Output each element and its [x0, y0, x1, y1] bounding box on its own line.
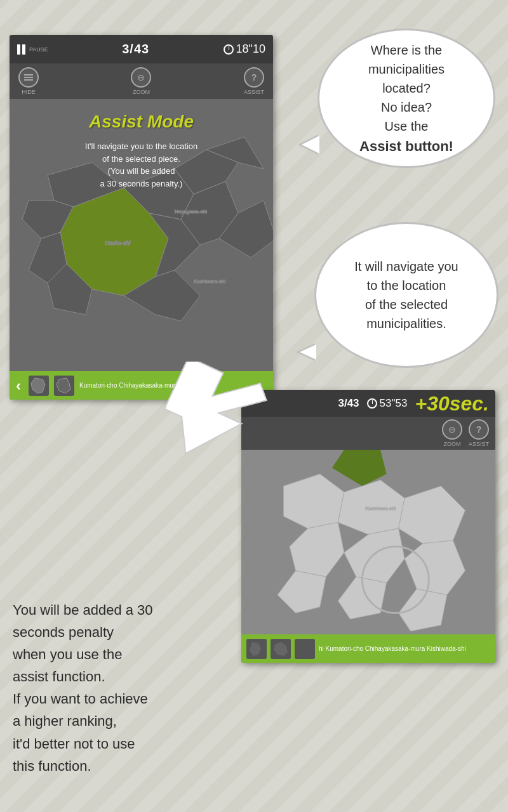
assist-icon-circle-2: ? — [469, 419, 489, 440]
map-svg-bottom: Kashiwara-shi — [241, 450, 495, 643]
penalty-text: +30sec. — [415, 392, 489, 416]
pause-icon — [17, 44, 25, 55]
bottom-line3: when you use the — [13, 646, 122, 662]
game-toolbar-bottom: ⊖ ZOOM ? ASSIST — [241, 417, 495, 450]
assist-mode-desc: It'll navigate you to the location of th… — [85, 140, 197, 190]
clock-icon — [224, 44, 234, 55]
assist-button-top[interactable]: ? ASSIST — [244, 67, 264, 95]
zoom-label-bottom: ZOOM — [443, 441, 460, 447]
game-screenshot-bottom: 3/43 53"53 +30sec. ⊖ ZOOM ? ASSIST — [241, 390, 495, 663]
hide-button[interactable]: HIDE — [18, 67, 39, 95]
bottom-line7: it'd better not to use — [13, 736, 135, 752]
arrow-svg — [152, 362, 279, 476]
piece-thumb-1 — [29, 376, 49, 396]
bubble-line3: located? — [382, 81, 431, 95]
bubble-line6: Assist button! — [359, 138, 453, 154]
bottom-line6: a higher ranking, — [13, 713, 117, 729]
bottom-text-area: You will be added a 30 seconds penalty w… — [13, 599, 229, 778]
svg-text:Neyagawa-shi: Neyagawa-shi — [175, 209, 207, 214]
hide-icon — [24, 74, 33, 81]
game-toolbar-top: HIDE ⊖ ZOOM ? ASSIST — [10, 63, 273, 99]
bubble-line1: Where is the — [371, 43, 442, 57]
game-map-area-top: Assist Mode It'll navigate you to the lo… — [10, 99, 273, 378]
bubble-line5: Use the — [385, 119, 429, 133]
zoom-button-bottom[interactable]: ⊖ ZOOM — [442, 419, 462, 447]
piece-shape-2 — [55, 377, 73, 395]
svg-text:Osaka-shi: Osaka-shi — [105, 240, 131, 246]
pause-label: PAUSE — [29, 46, 48, 53]
speech-bubble-middle: It will navigate you to the location of … — [314, 222, 498, 368]
hide-line-3 — [24, 79, 33, 81]
assist-icon: ? — [251, 72, 257, 82]
bubble-line2: municipalities — [368, 62, 444, 76]
zoom-icon: ⊖ — [137, 72, 145, 82]
bubble-line4: No idea? — [381, 100, 432, 114]
game-map-area-bottom: Kashiwara-shi — [241, 450, 495, 643]
bottom-line8: this function. — [13, 758, 91, 774]
bottom-labels-bottom: hi Kumatori-cho Chihayakasaka-mura Kishi… — [319, 645, 466, 652]
bottom-text-content: You will be added a 30 seconds penalty w… — [13, 599, 229, 778]
piece-thumb-4 — [271, 639, 291, 659]
bubble-top-text: Where is the municipalities located? No … — [359, 41, 453, 157]
zoom-label-top: ZOOM — [133, 89, 150, 95]
hide-line-2 — [24, 77, 33, 78]
zoom-icon-2: ⊖ — [448, 424, 456, 435]
clock-icon-2 — [367, 398, 377, 409]
assist-mode-title: Assist Mode — [89, 112, 194, 132]
game-timer-top: 18"10 — [224, 43, 265, 56]
game-score-bottom: 3/43 — [338, 397, 359, 410]
zoom-icon-circle-2: ⊖ — [442, 419, 462, 440]
assist-label-bottom: ASSIST — [469, 441, 489, 447]
zoom-icon-circle: ⊖ — [131, 67, 151, 88]
piece-thumb-2 — [54, 376, 74, 396]
big-arrow — [152, 362, 279, 476]
pause-bar-1 — [17, 44, 20, 55]
pause-bar-2 — [22, 44, 25, 55]
prev-arrow-top[interactable]: ‹ — [16, 377, 21, 395]
timer-value-top: 18"10 — [236, 43, 265, 56]
bottom-line1: You will be added a 30 — [13, 602, 153, 618]
piece-shape-3 — [248, 641, 265, 657]
piece-shape-1 — [30, 377, 48, 395]
bottom-line4: assist function. — [13, 669, 105, 684]
bubble-middle-text: It will navigate you to the location of … — [354, 257, 458, 333]
piece-shape-5 — [297, 641, 313, 657]
svg-marker-3 — [152, 362, 272, 475]
bottom-line5: If you want to achieve — [13, 691, 148, 707]
game-bottom-strip-bottom: hi Kumatori-cho Chihayakasaka-mura Kishi… — [241, 634, 495, 663]
assist-button-bottom[interactable]: ? ASSIST — [469, 419, 489, 447]
game-header-top: PAUSE 3/43 18"10 — [10, 35, 273, 63]
game-header-bottom: 3/43 53"53 +30sec. — [241, 390, 495, 417]
bottom-line2: seconds penalty — [13, 624, 114, 640]
timer-value-bottom: 53"53 — [380, 397, 408, 410]
svg-text:Kashiwara-shi: Kashiwara-shi — [365, 506, 396, 511]
zoom-button-top[interactable]: ⊖ ZOOM — [131, 67, 151, 95]
game-timer-bottom: 53"53 — [367, 397, 408, 410]
piece-thumb-3 — [246, 639, 267, 659]
hide-label: HIDE — [22, 89, 36, 95]
svg-text:Kashiwara-shi: Kashiwara-shi — [194, 278, 225, 284]
pause-button[interactable]: PAUSE — [17, 44, 48, 55]
game-score-top: 3/43 — [122, 42, 149, 56]
assist-icon-circle: ? — [244, 67, 264, 88]
piece-shape-4 — [272, 641, 289, 657]
speech-bubble-top: Where is the municipalities located? No … — [318, 29, 495, 168]
assist-icon-2: ? — [476, 424, 482, 435]
hide-icon-circle — [18, 67, 39, 88]
hide-line-1 — [24, 74, 33, 75]
piece-thumb-5 — [295, 639, 315, 659]
game-screenshot-top: PAUSE 3/43 18"10 HIDE ⊖ ZOOM — [10, 35, 273, 400]
assist-label-top: ASSIST — [244, 89, 264, 95]
